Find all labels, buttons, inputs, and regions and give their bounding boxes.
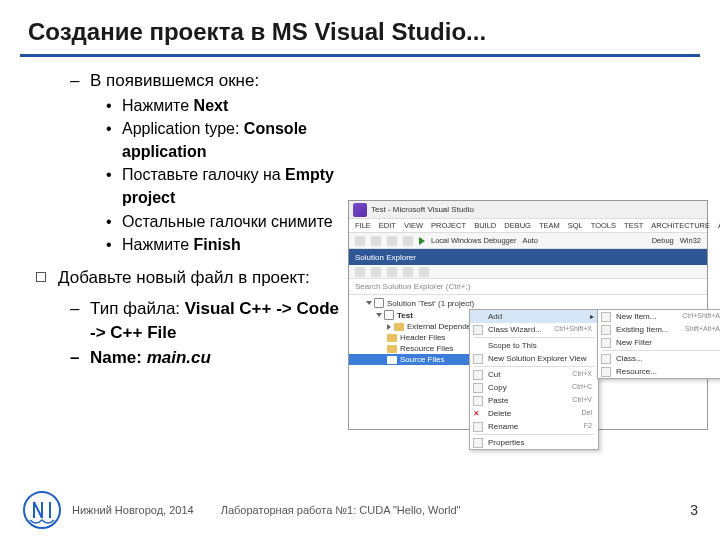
nav-back-icon[interactable]: [355, 236, 365, 246]
shortcut: Ctrl+Shift+X: [554, 325, 592, 334]
ctx-delete[interactable]: ✕ Delete Del: [470, 407, 598, 420]
menu-item[interactable]: SQL: [568, 221, 583, 230]
menu-item[interactable]: ARCHITECTURE: [651, 221, 710, 230]
text-bold: Finish: [194, 236, 241, 253]
text: Тип файла:: [90, 299, 185, 318]
shortcut: Ctrl+V: [572, 396, 592, 405]
solution-root[interactable]: Solution 'Test' (1 project): [349, 297, 707, 309]
sub-existing-item[interactable]: Existing Item... Shift+Alt+A: [598, 323, 720, 336]
undo-icon[interactable]: [403, 236, 413, 246]
menu-item[interactable]: TEST: [624, 221, 643, 230]
solution-explorer-header: Solution Explorer: [349, 249, 707, 265]
solution-icon: [374, 298, 384, 308]
chevron-down-icon: [376, 313, 382, 317]
rename-icon: [473, 422, 483, 432]
slide-title: Создание проекта в MS Visual Studio...: [0, 0, 720, 54]
menu-item[interactable]: BUILD: [474, 221, 496, 230]
properties-icon[interactable]: [419, 267, 429, 277]
label: Source Files: [400, 355, 444, 364]
delete-icon: ✕: [473, 409, 483, 419]
label: Resource...: [616, 367, 657, 376]
ctx-paste[interactable]: Paste Ctrl+V: [470, 394, 598, 407]
play-icon[interactable]: [419, 237, 425, 245]
bullet-square-1: Добавьте новый файл в проект:: [58, 266, 340, 291]
shortcut: Ctrl+X: [572, 370, 592, 379]
show-all-icon[interactable]: [403, 267, 413, 277]
slide-content: В появившемся окне: Нажмите Next Applica…: [0, 69, 370, 371]
text: Application type:: [122, 120, 244, 137]
vs-screenshot: Test - Microsoft Visual Studio FILE EDIT…: [348, 200, 708, 430]
menu-item[interactable]: EDIT: [379, 221, 396, 230]
paste-icon: [473, 396, 483, 406]
footer: Нижний Новгород, 2014 Лабораторная работ…: [0, 490, 720, 530]
footer-center: Лабораторная работа №1: CUDA "Hello, Wor…: [221, 504, 461, 516]
chevron-right-icon: [387, 324, 391, 330]
label: Delete: [488, 409, 511, 418]
nav-fwd-icon[interactable]: [371, 236, 381, 246]
label: Rename: [488, 422, 518, 431]
separator: [474, 337, 594, 338]
shortcut: Shift+Alt+A: [685, 325, 720, 334]
sub-resource[interactable]: Resource...: [598, 365, 720, 378]
sub-class[interactable]: Class...: [598, 352, 720, 365]
ctx-copy[interactable]: Copy Ctrl+C: [470, 381, 598, 394]
vs-titlebar: Test - Microsoft Visual Studio: [349, 201, 707, 219]
view-icon: [473, 354, 483, 364]
ctx-cut[interactable]: Cut Ctrl+X: [470, 368, 598, 381]
label: Existing Item...: [616, 325, 668, 334]
label: Paste: [488, 396, 508, 405]
sub-new-filter[interactable]: New Filter: [598, 336, 720, 349]
bullet-dot-4: Остальные галочки снимите: [122, 210, 340, 233]
menu-item[interactable]: TEAM: [539, 221, 560, 230]
collapse-icon[interactable]: [387, 267, 397, 277]
menu-item[interactable]: VIEW: [404, 221, 423, 230]
home-icon[interactable]: [355, 267, 365, 277]
class-icon: [601, 354, 611, 364]
text: Нажмите: [122, 97, 194, 114]
label: Class Wizard...: [488, 325, 542, 334]
bullet-dot-5: Нажмите Finish: [122, 233, 340, 256]
label: Properties: [488, 438, 524, 447]
solution-toolbar: [349, 265, 707, 279]
bullet-dot-2: Application type: Console application: [122, 117, 340, 163]
vs-menubar: FILE EDIT VIEW PROJECT BUILD DEBUG TEAM …: [349, 219, 707, 233]
menu-item[interactable]: DEBUG: [504, 221, 531, 230]
debugger-label[interactable]: Local Windows Debugger: [431, 236, 516, 245]
label: Class...: [616, 354, 643, 363]
menu-item[interactable]: FILE: [355, 221, 371, 230]
refresh-icon[interactable]: [371, 267, 381, 277]
bullet-dash-3: Name: main.cu: [90, 346, 340, 371]
ctx-rename[interactable]: Rename F2: [470, 420, 598, 433]
footer-left: Нижний Новгород, 2014: [72, 504, 194, 516]
chevron-right-icon: ▸: [590, 312, 594, 321]
shortcut: Ctrl+Shift+A: [682, 312, 720, 321]
shortcut: Ctrl+C: [572, 383, 592, 392]
text-bold: Next: [194, 97, 229, 114]
folder-icon: [387, 334, 397, 342]
cut-icon: [473, 370, 483, 380]
auto-label[interactable]: Auto: [522, 236, 537, 245]
label: New Filter: [616, 338, 652, 347]
ctx-new-view[interactable]: New Solution Explorer View: [470, 352, 598, 365]
existing-item-icon: [601, 325, 611, 335]
ctx-add[interactable]: Add ▸: [470, 310, 598, 323]
page-number: 3: [690, 502, 698, 518]
footer-text: Нижний Новгород, 2014 Лабораторная работ…: [72, 504, 690, 516]
config-label[interactable]: Debug: [652, 236, 674, 245]
copy-icon: [473, 383, 483, 393]
platform-label[interactable]: Win32: [680, 236, 701, 245]
filter-icon: [601, 338, 611, 348]
ctx-class-wizard[interactable]: Class Wizard... Ctrl+Shift+X: [470, 323, 598, 336]
ctx-properties[interactable]: Properties: [470, 436, 598, 449]
solution-search-input[interactable]: Search Solution Explorer (Ctrl+;): [349, 279, 707, 295]
sub-new-item[interactable]: New Item... Ctrl+Shift+A: [598, 310, 720, 323]
bullet-dash-2: Тип файла: Visual C++ -> Code -> C++ Fil…: [90, 297, 340, 346]
vs-logo-icon: [353, 203, 367, 217]
menu-item[interactable]: PROJECT: [431, 221, 466, 230]
label: Test: [397, 311, 413, 320]
ctx-scope[interactable]: Scope to This: [470, 339, 598, 352]
menu-item[interactable]: TOOLS: [591, 221, 616, 230]
save-icon[interactable]: [387, 236, 397, 246]
context-submenu-add: New Item... Ctrl+Shift+A Existing Item..…: [597, 309, 720, 379]
label: Cut: [488, 370, 500, 379]
